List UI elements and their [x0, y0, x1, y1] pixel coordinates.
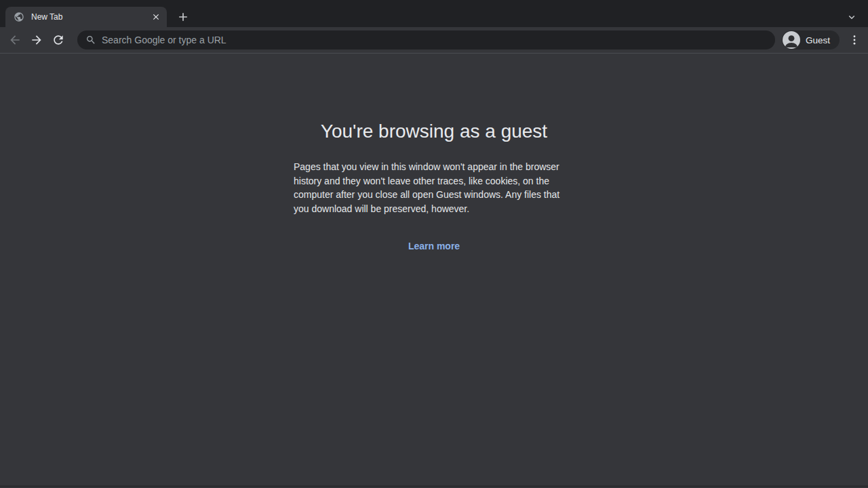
- omnibox[interactable]: [77, 30, 775, 49]
- new-tab-button[interactable]: [174, 7, 193, 26]
- address-input[interactable]: [102, 35, 767, 45]
- forward-button[interactable]: [27, 30, 46, 49]
- arrow-back-icon: [8, 33, 22, 47]
- guest-page: You're browsing as a guest Pages that yo…: [0, 54, 868, 487]
- back-button[interactable]: [5, 30, 24, 49]
- tab-close-button[interactable]: [149, 10, 163, 24]
- browser-toolbar: Guest: [0, 27, 868, 54]
- reload-icon: [52, 33, 65, 47]
- profile-button[interactable]: Guest: [782, 30, 840, 49]
- search-icon: [85, 35, 96, 45]
- window-bottom-edge: [0, 485, 868, 487]
- tab-new-tab[interactable]: New Tab: [5, 7, 167, 27]
- arrow-forward-icon: [30, 33, 43, 47]
- profile-label: Guest: [806, 35, 830, 45]
- tab-strip: New Tab: [0, 0, 868, 27]
- tab-title: New Tab: [31, 12, 149, 22]
- guest-description: Pages that you view in this window won't…: [294, 160, 574, 216]
- plus-icon: [176, 10, 190, 24]
- kebab-menu-icon: [848, 34, 861, 46]
- globe-icon: [14, 12, 24, 22]
- tabstrip-overflow-button[interactable]: [842, 7, 861, 26]
- browser-menu-button[interactable]: [845, 30, 864, 49]
- avatar-icon: [783, 31, 800, 49]
- reload-button[interactable]: [49, 30, 68, 49]
- learn-more-link[interactable]: Learn more: [408, 241, 460, 251]
- close-icon: [151, 12, 161, 22]
- learn-more-container: Learn more: [294, 240, 574, 252]
- guest-message-card: You're browsing as a guest Pages that yo…: [294, 54, 574, 252]
- chevron-down-icon: [846, 11, 858, 23]
- page-title: You're browsing as a guest: [294, 119, 574, 144]
